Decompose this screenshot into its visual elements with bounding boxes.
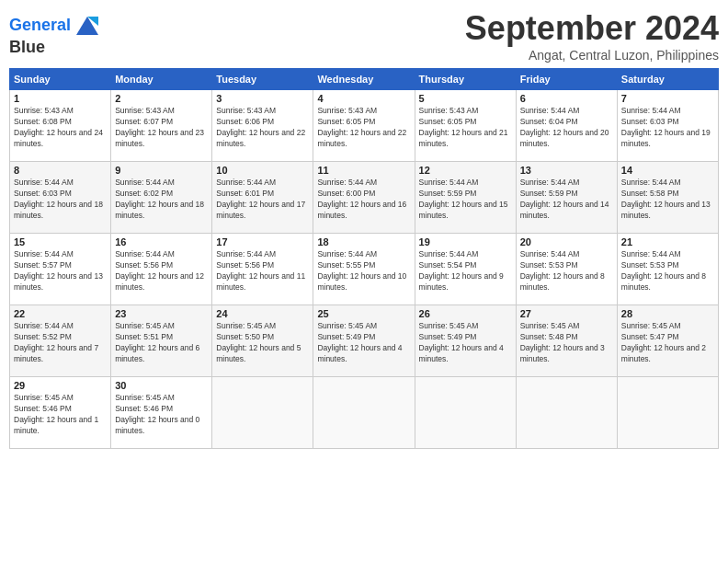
table-row: 3 Sunrise: 5:43 AMSunset: 6:06 PMDayligh… <box>212 90 313 162</box>
col-saturday: Saturday <box>617 69 718 90</box>
title-area: September 2024 Angat, Central Luzon, Phi… <box>465 9 719 63</box>
day-number: 26 <box>419 308 512 319</box>
day-info: Sunrise: 5:43 AMSunset: 6:07 PMDaylight:… <box>115 106 208 150</box>
day-info: Sunrise: 5:44 AMSunset: 6:01 PMDaylight:… <box>216 178 309 222</box>
table-row: 8 Sunrise: 5:44 AMSunset: 6:03 PMDayligh… <box>10 162 111 234</box>
calendar-header-row: Sunday Monday Tuesday Wednesday Thursday… <box>10 69 719 90</box>
day-info: Sunrise: 5:44 AMSunset: 5:59 PMDaylight:… <box>419 178 512 222</box>
table-row: 30 Sunrise: 5:45 AMSunset: 5:46 PMDaylig… <box>111 377 212 449</box>
day-number: 4 <box>317 93 410 104</box>
col-monday: Monday <box>111 69 212 90</box>
calendar-week-3: 15 Sunrise: 5:44 AMSunset: 5:57 PMDaylig… <box>10 234 719 305</box>
day-info: Sunrise: 5:45 AMSunset: 5:47 PMDaylight:… <box>621 321 714 365</box>
day-info: Sunrise: 5:44 AMSunset: 6:00 PMDaylight:… <box>317 178 410 222</box>
table-row: 7 Sunrise: 5:44 AMSunset: 6:03 PMDayligh… <box>617 90 718 162</box>
day-info: Sunrise: 5:45 AMSunset: 5:49 PMDaylight:… <box>317 321 410 365</box>
day-number: 7 <box>621 93 714 104</box>
table-row: 26 Sunrise: 5:45 AMSunset: 5:49 PMDaylig… <box>415 305 516 377</box>
table-row: 29 Sunrise: 5:45 AMSunset: 5:46 PMDaylig… <box>10 377 111 449</box>
col-friday: Friday <box>516 69 617 90</box>
day-info: Sunrise: 5:44 AMSunset: 5:56 PMDaylight:… <box>115 249 208 293</box>
calendar-body: 1 Sunrise: 5:43 AMSunset: 6:08 PMDayligh… <box>10 90 719 449</box>
table-row <box>617 377 718 449</box>
day-number: 14 <box>621 165 714 176</box>
day-number: 30 <box>115 380 208 391</box>
day-number: 11 <box>317 165 410 176</box>
table-row: 12 Sunrise: 5:44 AMSunset: 5:59 PMDaylig… <box>415 162 516 234</box>
day-number: 28 <box>621 308 714 319</box>
day-info: Sunrise: 5:44 AMSunset: 6:04 PMDaylight:… <box>520 106 613 150</box>
day-number: 20 <box>520 236 613 247</box>
col-sunday: Sunday <box>10 69 111 90</box>
day-number: 10 <box>216 165 309 176</box>
table-row: 27 Sunrise: 5:45 AMSunset: 5:48 PMDaylig… <box>516 305 617 377</box>
day-info: Sunrise: 5:43 AMSunset: 6:08 PMDaylight:… <box>14 106 107 150</box>
table-row: 6 Sunrise: 5:44 AMSunset: 6:04 PMDayligh… <box>516 90 617 162</box>
day-number: 19 <box>419 236 512 247</box>
table-row <box>415 377 516 449</box>
day-info: Sunrise: 5:44 AMSunset: 5:56 PMDaylight:… <box>216 249 309 293</box>
day-number: 1 <box>14 93 107 104</box>
day-number: 2 <box>115 93 208 104</box>
calendar-table: Sunday Monday Tuesday Wednesday Thursday… <box>9 68 719 449</box>
day-info: Sunrise: 5:45 AMSunset: 5:50 PMDaylight:… <box>216 321 309 365</box>
col-wednesday: Wednesday <box>313 69 415 90</box>
table-row: 23 Sunrise: 5:45 AMSunset: 5:51 PMDaylig… <box>111 305 212 377</box>
day-info: Sunrise: 5:44 AMSunset: 5:58 PMDaylight:… <box>621 178 714 222</box>
table-row: 17 Sunrise: 5:44 AMSunset: 5:56 PMDaylig… <box>212 234 313 305</box>
day-number: 5 <box>419 93 512 104</box>
day-info: Sunrise: 5:45 AMSunset: 5:46 PMDaylight:… <box>14 393 107 437</box>
day-info: Sunrise: 5:44 AMSunset: 6:03 PMDaylight:… <box>14 178 107 222</box>
col-tuesday: Tuesday <box>212 69 313 90</box>
day-info: Sunrise: 5:43 AMSunset: 6:06 PMDaylight:… <box>216 106 309 150</box>
calendar-week-2: 8 Sunrise: 5:44 AMSunset: 6:03 PMDayligh… <box>10 162 719 234</box>
month-title: September 2024 <box>465 9 719 48</box>
day-number: 16 <box>115 236 208 247</box>
calendar-week-1: 1 Sunrise: 5:43 AMSunset: 6:08 PMDayligh… <box>10 90 719 162</box>
table-row: 4 Sunrise: 5:43 AMSunset: 6:05 PMDayligh… <box>313 90 415 162</box>
table-row <box>516 377 617 449</box>
day-number: 25 <box>317 308 410 319</box>
table-row: 13 Sunrise: 5:44 AMSunset: 5:59 PMDaylig… <box>516 162 617 234</box>
day-number: 23 <box>115 308 208 319</box>
day-info: Sunrise: 5:43 AMSunset: 6:05 PMDaylight:… <box>317 106 410 150</box>
day-info: Sunrise: 5:44 AMSunset: 5:53 PMDaylight:… <box>520 249 613 293</box>
day-number: 21 <box>621 236 714 247</box>
day-info: Sunrise: 5:44 AMSunset: 5:55 PMDaylight:… <box>317 249 410 293</box>
day-number: 3 <box>216 93 309 104</box>
day-info: Sunrise: 5:43 AMSunset: 6:05 PMDaylight:… <box>419 106 512 150</box>
day-number: 6 <box>520 93 613 104</box>
table-row: 5 Sunrise: 5:43 AMSunset: 6:05 PMDayligh… <box>415 90 516 162</box>
table-row: 1 Sunrise: 5:43 AMSunset: 6:08 PMDayligh… <box>10 90 111 162</box>
location-subtitle: Angat, Central Luzon, Philippines <box>465 48 719 63</box>
table-row: 15 Sunrise: 5:44 AMSunset: 5:57 PMDaylig… <box>10 234 111 305</box>
logo: GeneralBlue <box>9 13 102 57</box>
table-row: 14 Sunrise: 5:44 AMSunset: 5:58 PMDaylig… <box>617 162 718 234</box>
day-info: Sunrise: 5:44 AMSunset: 5:59 PMDaylight:… <box>520 178 613 222</box>
table-row: 21 Sunrise: 5:44 AMSunset: 5:53 PMDaylig… <box>617 234 718 305</box>
day-info: Sunrise: 5:44 AMSunset: 5:54 PMDaylight:… <box>419 249 512 293</box>
table-row <box>313 377 415 449</box>
day-info: Sunrise: 5:45 AMSunset: 5:49 PMDaylight:… <box>419 321 512 365</box>
day-info: Sunrise: 5:45 AMSunset: 5:51 PMDaylight:… <box>115 321 208 365</box>
day-info: Sunrise: 5:44 AMSunset: 6:02 PMDaylight:… <box>115 178 208 222</box>
day-info: Sunrise: 5:44 AMSunset: 6:03 PMDaylight:… <box>621 106 714 150</box>
day-info: Sunrise: 5:44 AMSunset: 5:52 PMDaylight:… <box>14 321 107 365</box>
table-row: 16 Sunrise: 5:44 AMSunset: 5:56 PMDaylig… <box>111 234 212 305</box>
day-info: Sunrise: 5:44 AMSunset: 5:53 PMDaylight:… <box>621 249 714 293</box>
table-row: 25 Sunrise: 5:45 AMSunset: 5:49 PMDaylig… <box>313 305 415 377</box>
day-number: 9 <box>115 165 208 176</box>
day-number: 15 <box>14 236 107 247</box>
table-row: 19 Sunrise: 5:44 AMSunset: 5:54 PMDaylig… <box>415 234 516 305</box>
calendar-week-5: 29 Sunrise: 5:45 AMSunset: 5:46 PMDaylig… <box>10 377 719 449</box>
day-number: 29 <box>14 380 107 391</box>
day-number: 17 <box>216 236 309 247</box>
day-number: 22 <box>14 308 107 319</box>
day-number: 8 <box>14 165 107 176</box>
table-row: 18 Sunrise: 5:44 AMSunset: 5:55 PMDaylig… <box>313 234 415 305</box>
day-number: 18 <box>317 236 410 247</box>
page-header: GeneralBlue September 2024 Angat, Centra… <box>9 9 719 63</box>
day-number: 27 <box>520 308 613 319</box>
calendar-week-4: 22 Sunrise: 5:44 AMSunset: 5:52 PMDaylig… <box>10 305 719 377</box>
table-row <box>212 377 313 449</box>
